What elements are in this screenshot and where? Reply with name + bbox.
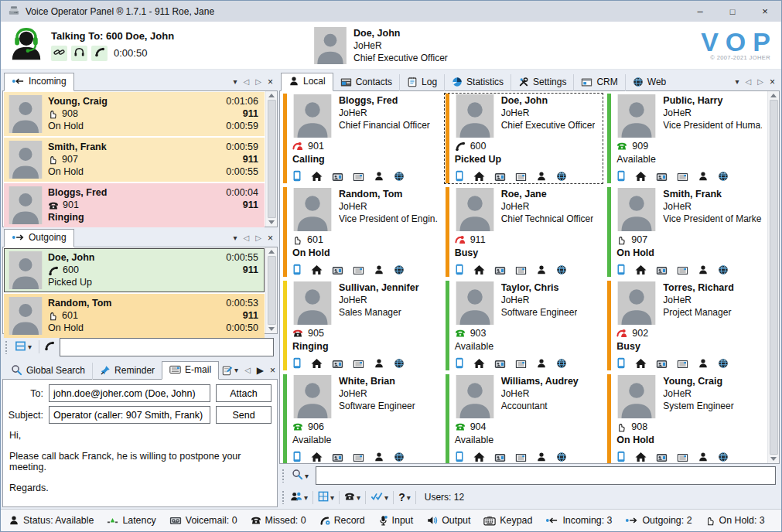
status-item-on-hold-3[interactable]: On Hold: 3 [705,515,765,526]
mobile-icon[interactable] [292,170,302,182]
transfer-link-button[interactable] [51,46,67,61]
status-item-latency[interactable]: Latency [107,515,155,526]
web-icon[interactable] [556,264,567,275]
contact-card-bloggs-fred[interactable]: Bloggs, Fred JoHeR Chief Financial Offic… [281,92,442,185]
web-icon[interactable] [394,452,405,462]
mobile-icon[interactable] [616,357,626,369]
contact-card-smith-frank[interactable]: Smith, Frank JoHeR Vice President of Mar… [605,186,767,278]
status-item-record[interactable]: Record [319,515,365,526]
nav-left-icon[interactable]: ◁ [244,234,250,242]
scroll-up-icon[interactable] [268,94,275,97]
status-item-status-available[interactable]: Status: Available [9,515,94,526]
person-icon[interactable] [536,452,547,462]
mobile-icon[interactable] [455,170,464,182]
nav-right-icon[interactable]: ▷ [757,78,763,86]
call-row-bloggs-fred[interactable]: Bloggs, Fred0:00:04 901911 Ringing [4,183,265,227]
photo-icon[interactable] [656,266,668,275]
dial-handset-icon[interactable] [44,340,55,353]
mobile-icon[interactable] [455,264,464,275]
scroll-down-icon[interactable] [268,327,275,331]
tab-web[interactable]: Web [625,74,673,91]
tab-reminder[interactable]: Reminder [92,363,162,380]
status-item-input[interactable]: Input [378,515,414,526]
tab-incoming[interactable]: Incoming [4,73,74,91]
web-icon[interactable] [718,358,729,369]
email-note-icon[interactable] [515,360,527,369]
person-icon[interactable] [698,171,709,182]
email-note-icon[interactable] [677,453,688,462]
mobile-icon[interactable] [616,170,626,182]
nav-right-icon[interactable]: ▷ [255,234,261,242]
close-x-icon[interactable]: × [268,234,273,243]
web-icon[interactable] [718,264,729,275]
contacts-scrollbar[interactable] [767,91,779,463]
home-icon[interactable] [311,452,323,462]
email-note-icon[interactable] [353,266,364,275]
compose-note-button[interactable] [222,365,233,376]
photo-icon[interactable] [332,266,343,275]
status-item-missed-0[interactable]: Missed: 0 [251,515,306,526]
home-icon[interactable] [311,264,323,275]
mobile-icon[interactable] [292,357,302,369]
home-icon[interactable] [473,452,485,462]
person-icon[interactable] [374,171,384,182]
incoming-scrollbar[interactable] [265,91,277,227]
person-icon[interactable] [698,264,709,275]
tab-local[interactable]: Local [281,73,333,91]
mobile-icon[interactable] [292,451,302,462]
tab-statistics[interactable]: Statistics [444,74,511,91]
close-button[interactable]: × [749,1,781,22]
tab-outgoing[interactable]: Outgoing [4,229,74,247]
toolbar-grip[interactable] [5,340,8,354]
contact-card-public-harry[interactable]: Public, Harry JoHeR Vice President of Hu… [605,92,767,185]
close-x-icon[interactable]: × [270,366,275,375]
dial-number-input[interactable] [60,338,274,356]
call-row-smith-frank[interactable]: Smith, Frank0:00:59 907911 On Hold0:00:5… [4,138,265,182]
toolbar-button[interactable]: ▾ [316,491,336,504]
home-icon[interactable] [635,452,647,462]
nav-right-icon[interactable]: ▷ [255,78,261,86]
listen-headset-button[interactable] [71,46,87,61]
email-note-icon[interactable] [353,453,364,462]
tab-global-search[interactable]: Global Search [4,362,92,380]
toolbar-button[interactable]: ▾ [368,491,391,503]
email-note-icon[interactable] [515,172,527,182]
photo-icon[interactable] [332,453,343,462]
toolbar-button[interactable]: ▾ [288,491,310,504]
web-icon[interactable] [718,171,729,182]
web-icon[interactable] [556,358,567,369]
toolbar-grip[interactable] [282,469,285,483]
web-icon[interactable] [394,264,405,275]
photo-icon[interactable] [656,453,668,462]
status-item-voicemail-0[interactable]: Voicemail: 0 [169,515,237,526]
email-body-editor[interactable]: Hi, Please call back Franck, he is willi… [3,428,277,506]
maximize-button[interactable]: □ [716,1,749,22]
web-icon[interactable] [718,452,729,462]
tab-contacts[interactable]: Contacts [333,74,399,91]
email-note-icon[interactable] [515,266,527,275]
email-note-icon[interactable] [353,360,364,369]
outgoing-scrollbar[interactable] [265,247,277,333]
contact-card-doe-john[interactable]: Doe, John JoHeR Chief Executive Officer … [443,92,605,185]
scrollbar-thumb[interactable] [268,256,276,325]
photo-icon[interactable] [494,266,506,275]
toolbar-button[interactable]: ?▾ [396,492,413,503]
photo-icon[interactable] [332,172,343,182]
web-icon[interactable] [394,358,405,369]
layout-panes-button[interactable]: ▾ [12,340,34,354]
mobile-icon[interactable] [455,451,464,462]
scroll-down-icon[interactable] [268,220,275,224]
nav-left-icon[interactable]: ◁ [244,367,251,374]
contact-card-white-brian[interactable]: White, Brian JoHeR Software Engineer 906… [281,373,442,463]
tab-settings[interactable]: Settings [511,74,573,91]
scrollbar-thumb[interactable] [770,100,778,455]
mobile-icon[interactable] [616,264,626,275]
home-icon[interactable] [635,264,647,275]
photo-icon[interactable] [656,360,668,369]
person-icon[interactable] [698,358,709,369]
chev-down-icon[interactable]: ▾ [736,78,739,86]
status-item-output[interactable]: Output [426,515,470,526]
call-row-young-craig[interactable]: Young, Craig0:01:06 908911 On Hold0:00:5… [4,92,265,136]
contact-card-random-tom[interactable]: Random, Tom JoHeR Vice President of Engi… [281,186,442,278]
email-note-icon[interactable] [677,172,688,182]
